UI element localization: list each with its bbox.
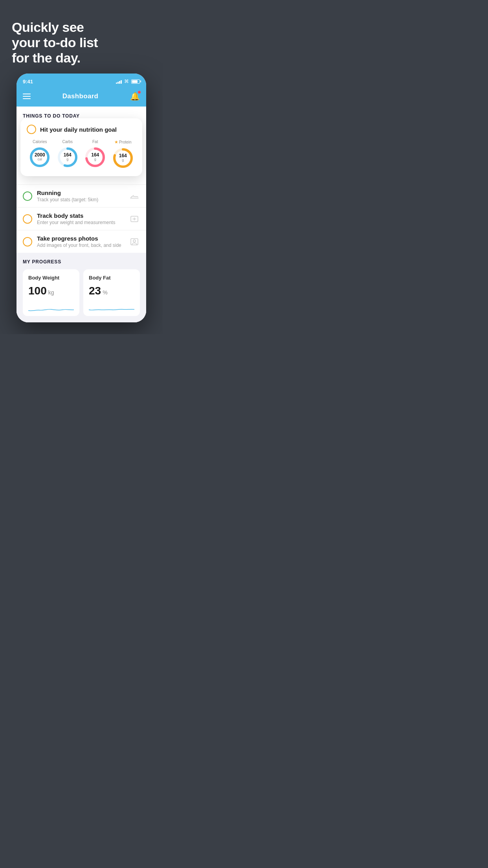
card-task-row: Hit your daily nutrition goal xyxy=(27,125,136,134)
weight-card-title: Body Weight xyxy=(28,275,74,281)
progress-card-bodyfat[interactable]: Body Fat 23 % xyxy=(83,269,140,316)
fat-donut: 164 g xyxy=(83,145,107,169)
todo-photos-subtitle: Add images of your front, back, and side xyxy=(37,243,124,248)
progress-section: MY PROGRESS Body Weight 100 kg Body Fat xyxy=(17,253,146,322)
person-photo-icon xyxy=(129,236,140,247)
todo-circle-stats[interactable] xyxy=(23,214,32,224)
task-circle-nutrition[interactable] xyxy=(27,125,36,134)
notification-dot xyxy=(138,91,141,94)
todo-circle-running[interactable] xyxy=(23,191,32,201)
weight-sparkline xyxy=(28,303,74,314)
todo-list: Running Track your stats (target: 5km) T… xyxy=(17,184,146,253)
protein-label: ★ Protein xyxy=(114,140,132,145)
hero-section: Quickly see your to-do list for the day. xyxy=(0,0,163,74)
weight-unit: kg xyxy=(48,289,54,296)
calories-value: 2000 cal xyxy=(35,153,45,162)
status-bar: 9:41 ⌘ xyxy=(17,74,146,88)
todo-running-title: Running xyxy=(37,189,124,196)
carbs-value: 164 g xyxy=(64,153,72,162)
star-icon: ★ xyxy=(114,140,118,145)
nutrition-calories: Calories 2000 cal xyxy=(28,140,51,169)
todo-item-body-stats[interactable]: Track body stats Enter your weight and m… xyxy=(17,207,146,230)
progress-cards: Body Weight 100 kg Body Fat 23 % xyxy=(23,269,140,322)
running-shoe-icon xyxy=(129,191,140,202)
status-icons: ⌘ xyxy=(116,79,140,84)
todo-circle-photos[interactable] xyxy=(23,237,32,246)
nutrition-grid: Calories 2000 cal Carbs xyxy=(27,140,136,170)
bodyfat-card-title: Body Fat xyxy=(89,275,134,281)
carbs-donut: 164 g xyxy=(56,145,79,169)
bodyfat-number: 23 xyxy=(89,285,101,297)
status-time: 9:41 xyxy=(23,79,33,85)
bodyfat-card-value: 23 % xyxy=(89,285,134,297)
todo-photos-content: Take progress photos Add images of your … xyxy=(37,235,124,248)
todo-stats-subtitle: Enter your weight and measurements xyxy=(37,220,124,225)
protein-donut: 164 g xyxy=(111,146,135,170)
notification-bell-icon[interactable]: 🔔 xyxy=(130,92,140,101)
weight-card-value: 100 kg xyxy=(28,285,74,297)
bodyfat-sparkline xyxy=(89,303,134,314)
progress-card-weight[interactable]: Body Weight 100 kg xyxy=(23,269,79,316)
fat-label: Fat xyxy=(92,140,98,144)
todo-photos-title: Take progress photos xyxy=(37,235,124,242)
nutrition-protein: ★ Protein 164 g xyxy=(111,140,135,170)
todo-running-subtitle: Track your stats (target: 5km) xyxy=(37,197,124,202)
todo-item-photos[interactable]: Take progress photos Add images of your … xyxy=(17,230,146,253)
todo-section-title: THINGS TO DO TODAY xyxy=(23,113,80,119)
scale-icon xyxy=(129,213,140,224)
todo-item-running[interactable]: Running Track your stats (target: 5km) xyxy=(17,184,146,207)
hero-title: Quickly see your to-do list for the day. xyxy=(12,20,151,66)
calories-donut: 2000 cal xyxy=(28,145,51,169)
weight-number: 100 xyxy=(28,285,47,297)
todo-stats-title: Track body stats xyxy=(37,212,124,219)
app-header: Dashboard 🔔 xyxy=(17,88,146,107)
signal-icon xyxy=(116,79,122,84)
fat-value: 164 g xyxy=(91,153,99,162)
task-label-nutrition: Hit your daily nutrition goal xyxy=(40,126,117,133)
todo-running-content: Running Track your stats (target: 5km) xyxy=(37,189,124,202)
nutrition-carbs: Carbs 164 g xyxy=(56,140,79,169)
bodyfat-unit: % xyxy=(103,289,107,296)
hamburger-menu-icon[interactable] xyxy=(23,94,31,99)
phone-mockup: 9:41 ⌘ Dashboard 🔔 xyxy=(17,74,146,322)
progress-section-title: MY PROGRESS xyxy=(23,259,140,265)
app-content: THINGS TO DO TODAY Hit your daily nutrit… xyxy=(17,107,146,322)
carbs-label: Carbs xyxy=(62,140,73,144)
todo-stats-content: Track body stats Enter your weight and m… xyxy=(37,212,124,225)
svg-point-10 xyxy=(133,240,136,242)
calories-label: Calories xyxy=(33,140,47,144)
wifi-icon: ⌘ xyxy=(124,79,129,84)
nutrition-fat: Fat 164 g xyxy=(83,140,107,169)
nutrition-card: Hit your daily nutrition goal Calories 2… xyxy=(20,118,142,176)
protein-value: 164 g xyxy=(119,154,127,163)
app-title: Dashboard xyxy=(62,92,99,100)
battery-icon xyxy=(131,79,140,84)
